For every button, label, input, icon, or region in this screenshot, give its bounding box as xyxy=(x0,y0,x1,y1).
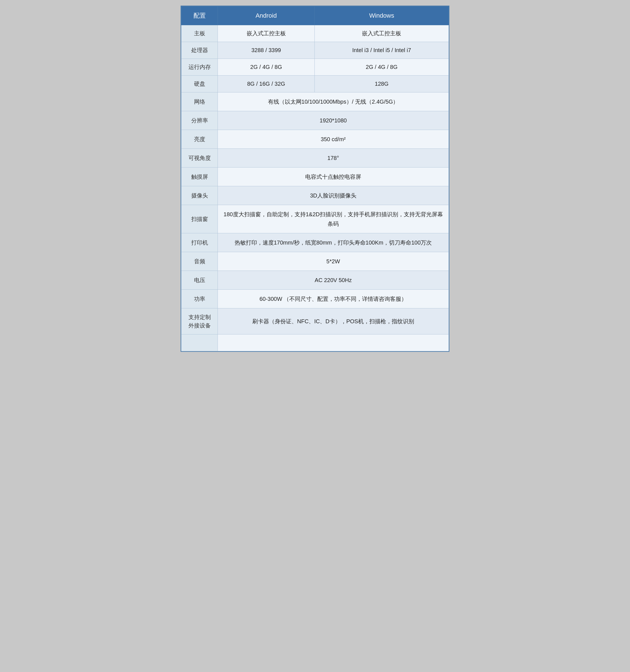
table-row: 可视角度178° xyxy=(181,149,449,168)
row-label: 支持定制外接设备 xyxy=(181,308,218,334)
row-merged-value: 180度大扫描窗，自助定制，支持1&2D扫描识别，支持手机屏扫描识别，支持无背光… xyxy=(218,205,449,233)
row-label: 硬盘 xyxy=(181,76,218,92)
row-label: 可视角度 xyxy=(181,149,218,168)
row-merged-value: 5*2W xyxy=(218,252,449,271)
table-row: 电压AC 220V 50Hz xyxy=(181,271,449,290)
row-android-value: 嵌入式工控主板 xyxy=(218,25,315,42)
row-label: 网络 xyxy=(181,92,218,111)
spec-table-wrapper: 配置 Android Windows 主板嵌入式工控主板嵌入式工控主板处理器32… xyxy=(181,6,449,352)
row-label: 扫描窗 xyxy=(181,205,218,233)
row-label: 主板 xyxy=(181,25,218,42)
table-row: 功率60-300W （不同尺寸、配置，功率不同，详情请咨询客服） xyxy=(181,290,449,308)
table-row: 处理器3288 / 3399Intel i3 / Intel i5 / Inte… xyxy=(181,42,449,59)
row-label: 分辨率 xyxy=(181,111,218,130)
row-android-value: 3288 / 3399 xyxy=(218,42,315,59)
spec-table: 配置 Android Windows 主板嵌入式工控主板嵌入式工控主板处理器32… xyxy=(181,6,449,351)
header-android: Android xyxy=(218,6,315,25)
table-row: 打印机热敏打印，速度170mm/秒，纸宽80mm，打印头寿命100Km，切刀寿命… xyxy=(181,233,449,252)
table-row: 主板嵌入式工控主板嵌入式工控主板 xyxy=(181,25,449,42)
row-merged-value: AC 220V 50Hz xyxy=(218,271,449,290)
table-row: 支持定制外接设备刷卡器（身份证、NFC、IC、D卡），POS机，扫描枪，指纹识别 xyxy=(181,308,449,334)
row-merged-value: 3D人脸识别摄像头 xyxy=(218,186,449,205)
row-label: 运行内存 xyxy=(181,59,218,76)
row-label xyxy=(181,334,218,351)
row-label: 打印机 xyxy=(181,233,218,252)
row-merged-value xyxy=(218,334,449,351)
row-label: 摄像头 xyxy=(181,186,218,205)
header-windows: Windows xyxy=(315,6,449,25)
row-label: 电压 xyxy=(181,271,218,290)
table-row: 亮度350 cd/m² xyxy=(181,130,449,149)
header-config: 配置 xyxy=(181,6,218,25)
table-row: 触摸屏电容式十点触控电容屏 xyxy=(181,168,449,186)
table-row: 分辨率1920*1080 xyxy=(181,111,449,130)
row-merged-value: 热敏打印，速度170mm/秒，纸宽80mm，打印头寿命100Km，切刀寿命100… xyxy=(218,233,449,252)
table-row: 硬盘8G / 16G / 32G128G xyxy=(181,76,449,92)
row-merged-value: 有线（以太网10/100/1000Mbps）/ 无线（2.4G/5G） xyxy=(218,92,449,111)
row-merged-value: 刷卡器（身份证、NFC、IC、D卡），POS机，扫描枪，指纹识别 xyxy=(218,308,449,334)
row-label: 触摸屏 xyxy=(181,168,218,186)
row-windows-value: 2G / 4G / 8G xyxy=(315,59,449,76)
table-row: 网络有线（以太网10/100/1000Mbps）/ 无线（2.4G/5G） xyxy=(181,92,449,111)
row-windows-value: Intel i3 / Intel i5 / Intel i7 xyxy=(315,42,449,59)
row-merged-value: 350 cd/m² xyxy=(218,130,449,149)
row-windows-value: 嵌入式工控主板 xyxy=(315,25,449,42)
row-android-value: 2G / 4G / 8G xyxy=(218,59,315,76)
row-merged-value: 60-300W （不同尺寸、配置，功率不同，详情请咨询客服） xyxy=(218,290,449,308)
row-merged-value: 178° xyxy=(218,149,449,168)
row-label: 功率 xyxy=(181,290,218,308)
header-row: 配置 Android Windows xyxy=(181,6,449,25)
table-row: 摄像头3D人脸识别摄像头 xyxy=(181,186,449,205)
row-merged-value: 电容式十点触控电容屏 xyxy=(218,168,449,186)
table-row: 运行内存2G / 4G / 8G2G / 4G / 8G xyxy=(181,59,449,76)
row-android-value: 8G / 16G / 32G xyxy=(218,76,315,92)
row-label: 音频 xyxy=(181,252,218,271)
table-row: 扫描窗180度大扫描窗，自助定制，支持1&2D扫描识别，支持手机屏扫描识别，支持… xyxy=(181,205,449,233)
row-label: 处理器 xyxy=(181,42,218,59)
table-row xyxy=(181,334,449,351)
row-merged-value: 1920*1080 xyxy=(218,111,449,130)
table-row: 音频5*2W xyxy=(181,252,449,271)
row-windows-value: 128G xyxy=(315,76,449,92)
row-label: 亮度 xyxy=(181,130,218,149)
